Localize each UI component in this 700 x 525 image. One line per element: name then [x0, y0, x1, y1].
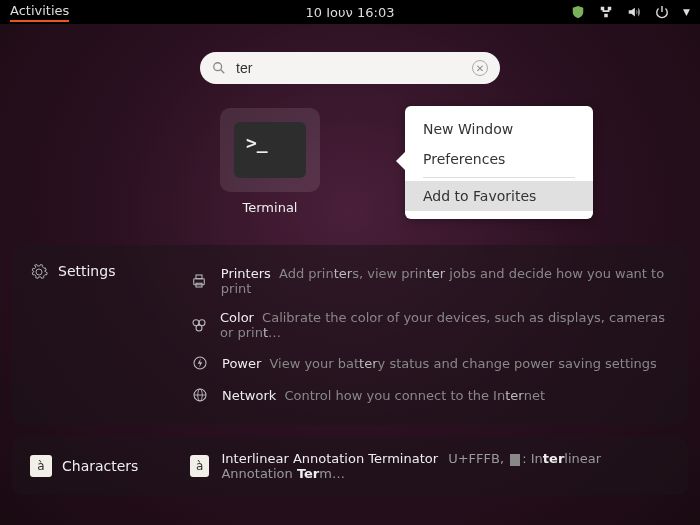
system-tray[interactable]: ▼ [571, 5, 690, 19]
globe-icon [190, 386, 210, 404]
activities-button[interactable]: Activities [10, 3, 69, 22]
svg-line-1 [221, 70, 225, 74]
context-menu-preferences[interactable]: Preferences [405, 144, 593, 174]
character-glyph-icon: à [190, 455, 209, 477]
app-icon-highlight: >_ [220, 108, 320, 192]
row-title: Color [220, 310, 254, 325]
search-box[interactable]: ✕ [200, 52, 500, 84]
context-menu-new-window[interactable]: New Window [405, 114, 593, 144]
power-row-icon [190, 354, 210, 372]
color-icon [190, 316, 208, 334]
terminal-icon: >_ [234, 122, 306, 178]
svg-point-0 [214, 63, 222, 71]
svg-rect-2 [194, 279, 205, 285]
printer-icon [190, 272, 209, 290]
row-desc: View your battery status and change powe… [265, 356, 657, 371]
row-desc: Control how you connect to the Internet [280, 388, 545, 403]
row-title: Printers [221, 266, 271, 281]
svg-point-7 [196, 325, 202, 331]
network-icon [599, 5, 613, 19]
settings-row-printers[interactable]: Printers Add printers, view printer jobs… [190, 259, 670, 303]
settings-row-power[interactable]: Power View your battery status and chang… [190, 347, 670, 379]
context-menu-add-favorites[interactable]: Add to Favorites [405, 181, 593, 211]
search-input[interactable] [236, 60, 462, 76]
top-bar: Activities 10 Ιουν 16:03 ▼ [0, 0, 700, 24]
row-title: Network [222, 388, 276, 403]
app-label: Terminal [243, 200, 298, 215]
app-result-terminal[interactable]: >_ Terminal [220, 108, 320, 215]
settings-row-network[interactable]: Network Control how you connect to the I… [190, 379, 670, 411]
clock[interactable]: 10 Ιουν 16:03 [306, 5, 395, 20]
chevron-down-icon: ▼ [683, 7, 690, 17]
clear-search-button[interactable]: ✕ [472, 60, 488, 76]
row-title: Power [222, 356, 261, 371]
row-desc: Calibrate the color of your devices, suc… [220, 310, 665, 340]
row-desc: Add printers, view printer jobs and deci… [221, 266, 664, 296]
context-menu: New Window Preferences Add to Favorites [405, 106, 593, 219]
settings-rows: Printers Add printers, view printer jobs… [190, 259, 670, 411]
search-icon [212, 61, 226, 75]
gear-icon [30, 263, 48, 285]
character-description: Interlinear Annotation Terminator U+FFFB… [221, 451, 670, 481]
shield-icon [571, 5, 585, 19]
settings-row-color[interactable]: Color Calibrate the color of your device… [190, 303, 670, 347]
characters-row[interactable]: à Interlinear Annotation Terminator U+FF… [190, 451, 670, 481]
power-icon [655, 5, 669, 19]
volume-icon [627, 5, 641, 19]
context-menu-separator [423, 177, 575, 178]
svg-rect-3 [196, 275, 202, 279]
settings-header: Settings [58, 263, 115, 279]
characters-results-panel: à Characters à Interlinear Annotation Te… [12, 437, 688, 495]
settings-results-panel: Settings Printers Add printers, view pri… [12, 245, 688, 425]
characters-header: Characters [62, 458, 138, 474]
characters-app-icon: à [30, 455, 52, 477]
